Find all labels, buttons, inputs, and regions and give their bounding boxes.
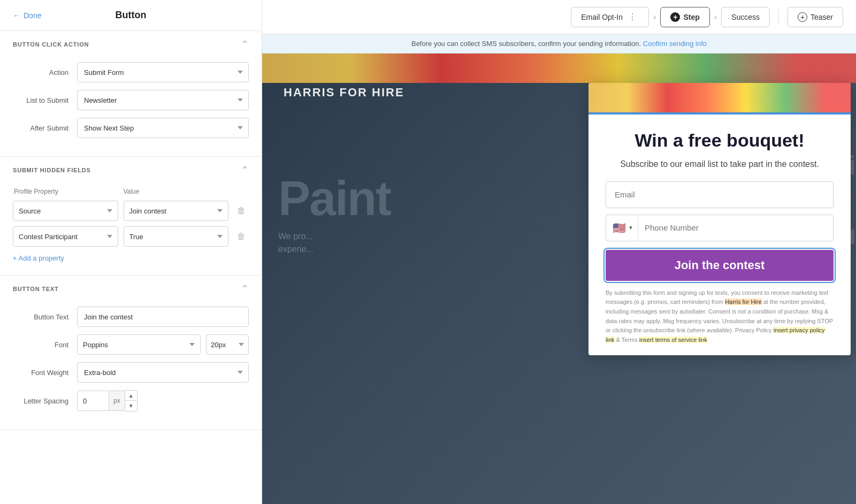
terms-text: & Terms <box>615 337 639 343</box>
teaser-plus-icon: + <box>798 12 807 22</box>
bg-paint-text: Paint <box>278 171 391 226</box>
popup-heading: Win a free bouquet! <box>606 129 834 151</box>
section-title-hidden: SUBMIT HIDDEN FIELDS <box>13 167 91 173</box>
popup-header-image <box>588 83 851 112</box>
phone-flag[interactable]: 🇺🇸 ▼ <box>606 215 638 241</box>
panel-header: ← Done Button <box>0 0 262 31</box>
hidden-field-row-2: Contest Participant True 🗑 <box>13 226 249 247</box>
list-to-submit-select[interactable]: Newsletter <box>77 90 249 110</box>
hf-delete-2[interactable]: 🗑 <box>234 229 249 244</box>
info-bar: Before you can collect SMS subscribers, … <box>262 34 856 54</box>
after-submit-select[interactable]: Show Next Step <box>77 118 249 138</box>
hf-col-value: Value <box>119 188 223 195</box>
font-size-select[interactable]: 20px <box>206 334 249 355</box>
hf-delete-1[interactable]: 🗑 <box>234 203 249 218</box>
hidden-fields-col-headers: Profile Property Value <box>13 188 249 195</box>
collapse-icon-hidden[interactable]: ⌃ <box>241 164 249 176</box>
action-label: Action <box>13 68 77 77</box>
popup-body: Win a free bouquet! Subscribe to our ema… <box>588 114 851 355</box>
section-header-click-action: BUTTON CLICK ACTION ⌃ <box>0 31 262 58</box>
letter-spacing-control: px ▲ ▼ <box>77 390 137 411</box>
letter-spacing-down[interactable]: ▼ <box>125 401 137 411</box>
left-panel: ← Done Button BUTTON CLICK ACTION ⌃ Acti… <box>0 0 262 504</box>
success-label: Success <box>731 13 760 21</box>
font-weight-label: Font Weight <box>13 369 77 377</box>
collapse-icon-button-text[interactable]: ⌃ <box>241 283 249 295</box>
top-nav: Email Opt-In ⋮ › + Step › Success + Teas… <box>262 0 856 34</box>
popup-card: Win a free bouquet! Subscribe to our ema… <box>588 83 851 355</box>
phone-input[interactable] <box>638 215 833 241</box>
email-opt-in-label: Email Opt-In <box>581 13 623 21</box>
font-select[interactable]: Poppins <box>77 334 201 355</box>
button-click-action-section: BUTTON CLICK ACTION ⌃ Action Submit Form… <box>0 31 262 157</box>
popup-subtext: Subscribe to our email list to take part… <box>606 158 834 171</box>
hf-col-property: Profile Property <box>13 188 113 195</box>
list-to-submit-row: List to Submit Newsletter <box>13 90 249 110</box>
section-body-hidden: Profile Property Value Source Join conte… <box>0 184 262 275</box>
action-row: Action Submit Form <box>13 62 249 82</box>
join-contest-button[interactable]: Join the contest <box>606 250 834 281</box>
hidden-field-row-1: Source Join contest 🗑 <box>13 201 249 221</box>
after-submit-label: After Submit <box>13 124 77 132</box>
letter-spacing-row: Letter Spacing px ▲ ▼ <box>13 390 249 411</box>
email-opt-in-button[interactable]: Email Opt-In ⋮ <box>571 7 649 27</box>
back-label: Done <box>24 11 41 20</box>
success-button[interactable]: Success <box>721 7 770 27</box>
section-body-click-action: Action Submit Form List to Submit Newsle… <box>0 58 262 156</box>
email-opt-in-dots-icon[interactable]: ⋮ <box>626 12 639 22</box>
phone-row: 🇺🇸 ▼ <box>606 215 834 241</box>
back-arrow-icon: ← <box>13 11 20 20</box>
hf-property-select-2[interactable]: Contest Participant <box>13 226 118 247</box>
teaser-button[interactable]: + Teaser <box>788 7 843 27</box>
button-text-section: BUTTON TEXT ⌃ Button Text Font Poppins 2… <box>0 276 262 430</box>
font-weight-select[interactable]: Extra-bold <box>77 362 249 383</box>
letter-spacing-up[interactable]: ▲ <box>125 391 137 401</box>
step-plus-icon: + <box>670 12 680 22</box>
section-header-hidden: SUBMIT HIDDEN FIELDS ⌃ <box>0 157 262 184</box>
section-title-click-action: BUTTON CLICK ACTION <box>13 41 89 48</box>
font-weight-row: Font Weight Extra-bold <box>13 362 249 383</box>
confirm-sending-link[interactable]: Confirm sending info <box>643 40 707 48</box>
brand-name-highlight: Harris for Hire <box>725 299 761 305</box>
us-flag-icon: 🇺🇸 <box>613 222 626 234</box>
button-text-row: Button Text <box>13 307 249 327</box>
step-label: Step <box>683 13 699 21</box>
bg-sub-text: We pro...experie... <box>278 230 314 256</box>
teaser-label: Teaser <box>811 13 833 21</box>
flowers-strip <box>262 54 856 83</box>
nav-arrow-1: › <box>653 12 656 22</box>
back-button[interactable]: ← Done <box>13 11 41 20</box>
after-submit-row: After Submit Show Next Step <box>13 118 249 138</box>
preview-area: HARRIS FOR HIRE Paint We pro...experie..… <box>262 54 856 504</box>
right-panel: Email Opt-In ⋮ › + Step › Success + Teas… <box>262 0 856 504</box>
hidden-fields-section: SUBMIT HIDDEN FIELDS ⌃ Profile Property … <box>0 157 262 276</box>
letter-spacing-unit: px <box>109 391 125 411</box>
phone-chevron-icon: ▼ <box>628 225 633 231</box>
hf-value-select-1[interactable]: Join contest <box>124 201 229 221</box>
hf-value-select-2[interactable]: True <box>124 226 229 247</box>
section-body-button-text: Button Text Font Poppins 20px Font Weigh… <box>0 302 262 430</box>
email-input[interactable] <box>606 181 834 208</box>
collapse-icon-click-action[interactable]: ⌃ <box>241 39 249 50</box>
step-button[interactable]: + Step <box>660 7 709 27</box>
button-text-label: Button Text <box>13 313 77 321</box>
letter-spacing-label: Letter Spacing <box>13 397 77 405</box>
panel-title: Button <box>116 10 147 21</box>
terms-link-highlight[interactable]: insert terms of service link <box>639 337 707 343</box>
section-header-button-text: BUTTON TEXT ⌃ <box>0 276 262 302</box>
nav-arrow-2: › <box>714 12 717 22</box>
font-row: Font Poppins 20px <box>13 334 249 355</box>
letter-spacing-stepper: ▲ ▼ <box>125 390 137 411</box>
list-to-submit-label: List to Submit <box>13 96 77 104</box>
site-logo-text: HARRIS FOR HIRE <box>284 86 404 100</box>
info-bar-text: Before you can collect SMS subscribers, … <box>411 40 641 48</box>
nav-divider <box>778 9 779 25</box>
hf-property-select-1[interactable]: Source <box>13 201 118 221</box>
button-text-input[interactable] <box>77 307 249 327</box>
popup-disclaimer: By submitting this form and signing up f… <box>606 288 834 345</box>
font-label: Font <box>13 341 77 349</box>
preview-background: HARRIS FOR HIRE Paint We pro...experie..… <box>262 54 856 504</box>
action-select[interactable]: Submit Form <box>77 62 249 82</box>
add-property-link[interactable]: + Add a property <box>13 252 64 264</box>
letter-spacing-input[interactable] <box>77 391 109 411</box>
